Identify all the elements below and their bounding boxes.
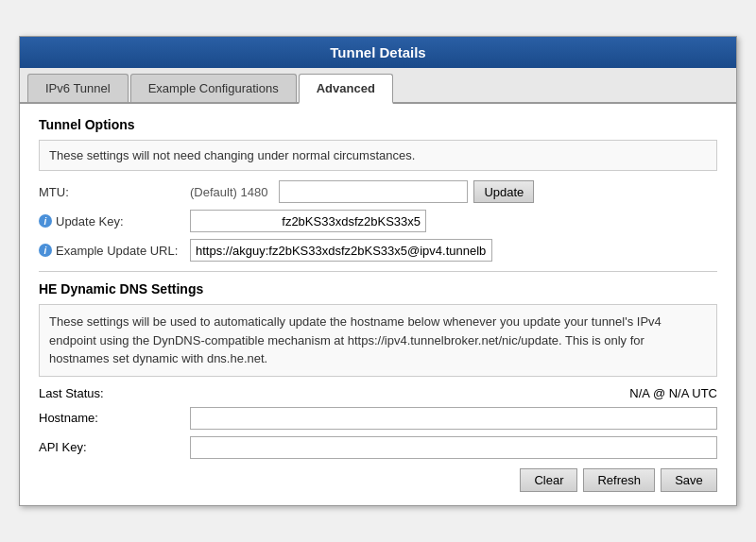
api-key-input[interactable] [190, 436, 717, 459]
hostname-row: Hostname: [39, 407, 717, 430]
mtu-input[interactable] [279, 180, 468, 203]
he-dns-info: These settings will be used to automatic… [39, 304, 717, 377]
tunnel-options-title: Tunnel Options [39, 117, 717, 132]
refresh-button[interactable]: Refresh [583, 468, 655, 492]
update-key-input[interactable] [190, 210, 426, 232]
update-key-value [190, 210, 717, 232]
example-url-value [190, 239, 717, 262]
clear-button[interactable]: Clear [520, 468, 577, 492]
tab-ipv6-tunnel[interactable]: IPv6 Tunnel [27, 74, 129, 102]
action-buttons: Clear Refresh Save [39, 468, 717, 492]
update-key-label: i Update Key: [39, 214, 190, 229]
window-title: Tunnel Details [330, 44, 425, 60]
api-key-label: API Key: [39, 440, 190, 454]
mtu-row: MTU: (Default) 1480 Update [39, 180, 717, 203]
divider [39, 271, 717, 272]
example-url-input[interactable] [190, 239, 492, 262]
tunnel-options-info: These settings will not need changing un… [39, 140, 717, 171]
tab-advanced[interactable]: Advanced [299, 74, 393, 104]
title-bar: Tunnel Details [20, 37, 736, 68]
tab-example-configurations[interactable]: Example Configurations [130, 74, 297, 102]
he-dns-title: HE Dynamic DNS Settings [39, 281, 717, 296]
last-status-label: Last Status: [39, 386, 190, 400]
example-url-info-icon: i [39, 244, 52, 257]
last-status-value: N/A @ N/A UTC [190, 386, 717, 400]
example-url-label: i Example Update URL: [39, 244, 190, 258]
example-url-row: i Example Update URL: [39, 239, 717, 262]
hostname-label: Hostname: [39, 411, 190, 425]
save-button[interactable]: Save [661, 468, 717, 492]
main-window: Tunnel Details IPv6 Tunnel Example Confi… [19, 36, 737, 506]
update-key-row: i Update Key: [39, 210, 717, 232]
content-area: Tunnel Options These settings will not n… [20, 104, 736, 505]
update-key-info-icon: i [39, 214, 52, 228]
mtu-value: (Default) 1480 Update [190, 180, 717, 203]
hostname-input[interactable] [190, 407, 717, 430]
mtu-label: MTU: [39, 185, 190, 199]
last-status-row: Last Status: N/A @ N/A UTC [39, 386, 717, 400]
tab-bar: IPv6 Tunnel Example Configurations Advan… [20, 68, 736, 104]
mtu-update-button[interactable]: Update [473, 180, 534, 203]
mtu-default-text: (Default) 1480 [190, 185, 267, 199]
api-key-row: API Key: [39, 436, 717, 459]
